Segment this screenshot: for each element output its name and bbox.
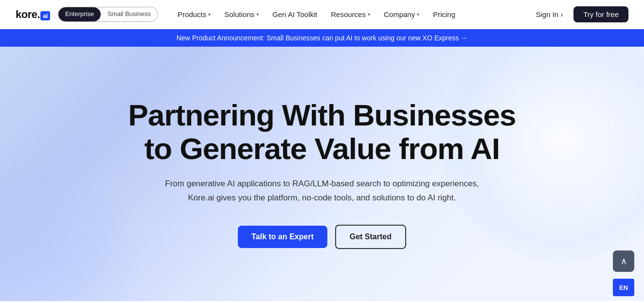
talk-to-expert-button[interactable]: Talk to an Expert (238, 226, 327, 248)
hero-title: Partnering With Businesses to Generate V… (128, 99, 516, 165)
enterprise-toggle[interactable]: Enterprise (58, 7, 101, 21)
nav-actions: Sign In › Try for free (529, 6, 629, 22)
get-started-button[interactable]: Get Started (335, 225, 406, 249)
try-for-free-button[interactable]: Try for free (573, 6, 628, 22)
hero-subtitle: From generative AI applications to RAG/L… (157, 177, 487, 205)
logo-box: ai (40, 11, 50, 20)
announcement-banner[interactable]: New Product Announcement: Small Business… (0, 29, 644, 47)
nav-links: Products ▾ Solutions ▾ Gen AI Toolkit Re… (172, 7, 529, 21)
chevron-down-icon: ▾ (368, 12, 370, 17)
signin-button[interactable]: Sign In › (529, 7, 570, 21)
logo-text: kore.ai (16, 8, 50, 21)
chevron-down-icon: ▾ (417, 12, 419, 17)
nav-item-pricing[interactable]: Pricing (427, 7, 461, 21)
logo[interactable]: kore.ai (16, 8, 50, 21)
chevron-up-icon: ∧ (621, 256, 627, 267)
chevron-down-icon: ▾ (256, 12, 259, 17)
nav-item-gen-ai[interactable]: Gen AI Toolkit (267, 7, 323, 21)
hero-buttons: Talk to an Expert Get Started (128, 225, 516, 249)
scroll-to-top-button[interactable]: ∧ (613, 250, 634, 272)
hero-content: Partnering With Businesses to Generate V… (119, 99, 526, 249)
segment-toggle: Enterprise Small Business (58, 7, 158, 22)
nav-item-solutions[interactable]: Solutions ▾ (218, 7, 265, 21)
small-business-toggle[interactable]: Small Business (101, 7, 158, 21)
navbar: kore.ai Enterprise Small Business Produc… (0, 0, 644, 29)
hero-section: Partnering With Businesses to Generate V… (0, 47, 644, 301)
language-button[interactable]: EN (613, 279, 634, 296)
nav-item-resources[interactable]: Resources ▾ (325, 7, 376, 21)
chevron-down-icon: ▾ (208, 12, 211, 17)
nav-item-company[interactable]: Company ▾ (378, 7, 425, 21)
nav-item-products[interactable]: Products ▾ (172, 7, 216, 21)
